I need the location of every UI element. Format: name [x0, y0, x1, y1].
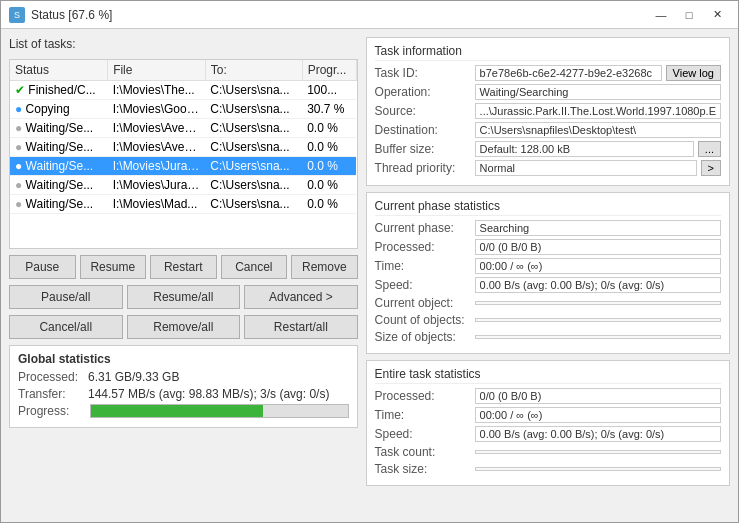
et-size-value: [475, 467, 721, 471]
left-panel: List of tasks: Status File To: Progr... …: [9, 37, 358, 514]
processed-row: Processed: 6.31 GB/9.33 GB: [18, 370, 349, 384]
processed-value: 6.31 GB/9.33 GB: [88, 370, 179, 384]
entire-task-title: Entire task statistics: [375, 367, 721, 384]
resume-all-button[interactable]: Resume/all: [127, 285, 241, 309]
thread-label: Thread priority:: [375, 161, 475, 175]
button-row-2: Pause/all Resume/all Advanced >: [9, 285, 358, 309]
progress-label: Progress:: [18, 404, 88, 418]
status-cell: ● Waiting/Se...: [10, 195, 108, 214]
buffer-label: Buffer size:: [375, 142, 475, 156]
file-cell: I:\Movies\Juras...: [108, 176, 206, 195]
progress-row: Progress:: [18, 404, 349, 418]
progress-cell: 30.7 %: [302, 100, 356, 119]
cp-size-value: [475, 335, 721, 339]
et-time-row: Time: 00:00 / ∞ (∞): [375, 407, 721, 423]
thread-value: Normal: [475, 160, 697, 176]
status-icon: ●: [15, 178, 26, 192]
restart-button[interactable]: Restart: [150, 255, 217, 279]
task-info-section: Task information Task ID: b7e78e6b-c6e2-…: [366, 37, 730, 186]
task-id-label: Task ID:: [375, 66, 475, 80]
operation-row: Operation: Waiting/Searching: [375, 84, 721, 100]
window-title: Status [67.6 %]: [31, 8, 648, 22]
app-icon: S: [9, 7, 25, 23]
file-cell: I:\Movies\Goos...: [108, 100, 206, 119]
task-table[interactable]: Status File To: Progr... ✔ Finished/C...…: [9, 59, 358, 249]
global-stats: Global statistics Processed: 6.31 GB/9.3…: [9, 345, 358, 428]
current-phase-title: Current phase statistics: [375, 199, 721, 216]
progress-cell: 0.0 %: [302, 157, 356, 176]
cp-time-value: 00:00 / ∞ (∞): [475, 258, 721, 274]
cp-size-row: Size of objects:: [375, 330, 721, 344]
table-row[interactable]: ● Waiting/Se...I:\Movies\Juras...C:\User…: [10, 176, 356, 195]
cp-speed-value: 0.00 B/s (avg: 0.00 B/s); 0/s (avg: 0/s): [475, 277, 721, 293]
et-speed-row: Speed: 0.00 B/s (avg: 0.00 B/s); 0/s (av…: [375, 426, 721, 442]
to-cell: C:\Users\sna...: [205, 176, 302, 195]
progress-bar-fill: [91, 405, 263, 417]
file-cell: I:\Movies\The...: [108, 81, 206, 100]
col-file: File: [108, 60, 206, 81]
close-button[interactable]: ✕: [704, 5, 730, 25]
advanced-button[interactable]: Advanced >: [244, 285, 358, 309]
file-cell: I:\Movies\Juras...: [108, 157, 206, 176]
to-cell: C:\Users\sna...: [205, 100, 302, 119]
cancel-all-button[interactable]: Cancel/all: [9, 315, 123, 339]
minimize-button[interactable]: —: [648, 5, 674, 25]
et-processed-value: 0/0 (0 B/0 B): [475, 388, 721, 404]
processed-label: Processed:: [18, 370, 88, 384]
pause-button[interactable]: Pause: [9, 255, 76, 279]
status-icon: ✔: [15, 83, 28, 97]
table-row[interactable]: ● CopyingI:\Movies\Goos...C:\Users\sna..…: [10, 100, 356, 119]
restart-all-button[interactable]: Restart/all: [244, 315, 358, 339]
table-row[interactable]: ● Waiting/Se...I:\Movies\Juras...C:\User…: [10, 157, 356, 176]
status-cell: ● Waiting/Se...: [10, 138, 108, 157]
cancel-button[interactable]: Cancel: [221, 255, 288, 279]
cp-processed-value: 0/0 (0 B/0 B): [475, 239, 721, 255]
global-stats-title: Global statistics: [18, 352, 349, 366]
cp-processed-row: Processed: 0/0 (0 B/0 B): [375, 239, 721, 255]
maximize-button[interactable]: □: [676, 5, 702, 25]
status-cell: ✔ Finished/C...: [10, 81, 108, 100]
status-icon: ●: [15, 197, 26, 211]
view-log-button[interactable]: View log: [666, 65, 721, 81]
button-row-3: Cancel/all Remove/all Restart/all: [9, 315, 358, 339]
destination-value: C:\Users\snapfiles\Desktop\test\: [475, 122, 721, 138]
progress-cell: 0.0 %: [302, 119, 356, 138]
source-label: Source:: [375, 104, 475, 118]
et-time-label: Time:: [375, 408, 475, 422]
cp-speed-row: Speed: 0.00 B/s (avg: 0.00 B/s); 0/s (av…: [375, 277, 721, 293]
to-cell: C:\Users\sna...: [205, 195, 302, 214]
file-cell: I:\Movies\Mad...: [108, 195, 206, 214]
et-time-value: 00:00 / ∞ (∞): [475, 407, 721, 423]
status-icon: ●: [15, 121, 26, 135]
main-window: S Status [67.6 %] — □ ✕ List of tasks: S…: [0, 0, 739, 523]
table-row[interactable]: ✔ Finished/C...I:\Movies\The...C:\Users\…: [10, 81, 356, 100]
progress-cell: 100...: [302, 81, 356, 100]
status-cell: ● Waiting/Se...: [10, 157, 108, 176]
remove-button[interactable]: Remove: [291, 255, 358, 279]
et-count-label: Task count:: [375, 445, 475, 459]
file-cell: I:\Movies\Aven...: [108, 119, 206, 138]
et-size-label: Task size:: [375, 462, 475, 476]
cp-count-value: [475, 318, 721, 322]
table-row[interactable]: ● Waiting/Se...I:\Movies\Aven...C:\Users…: [10, 138, 356, 157]
to-cell: C:\Users\sna...: [205, 138, 302, 157]
pause-all-button[interactable]: Pause/all: [9, 285, 123, 309]
remove-all-button[interactable]: Remove/all: [127, 315, 241, 339]
main-content: List of tasks: Status File To: Progr... …: [1, 29, 738, 522]
cp-count-label: Count of objects:: [375, 313, 475, 327]
destination-row: Destination: C:\Users\snapfiles\Desktop\…: [375, 122, 721, 138]
table-row[interactable]: ● Waiting/Se...I:\Movies\Mad...C:\Users\…: [10, 195, 356, 214]
thread-arrow-button[interactable]: >: [701, 160, 721, 176]
to-cell: C:\Users\sna...: [205, 81, 302, 100]
phase-label: Current phase:: [375, 221, 475, 235]
et-speed-value: 0.00 B/s (avg: 0.00 B/s); 0/s (avg: 0/s): [475, 426, 721, 442]
cp-time-row: Time: 00:00 / ∞ (∞): [375, 258, 721, 274]
col-status: Status: [10, 60, 108, 81]
resume-button[interactable]: Resume: [80, 255, 147, 279]
et-processed-row: Processed: 0/0 (0 B/0 B): [375, 388, 721, 404]
operation-label: Operation:: [375, 85, 475, 99]
table-row[interactable]: ● Waiting/Se...I:\Movies\Aven...C:\Users…: [10, 119, 356, 138]
et-processed-label: Processed:: [375, 389, 475, 403]
buffer-dots-button[interactable]: ...: [698, 141, 721, 157]
status-cell: ● Waiting/Se...: [10, 176, 108, 195]
